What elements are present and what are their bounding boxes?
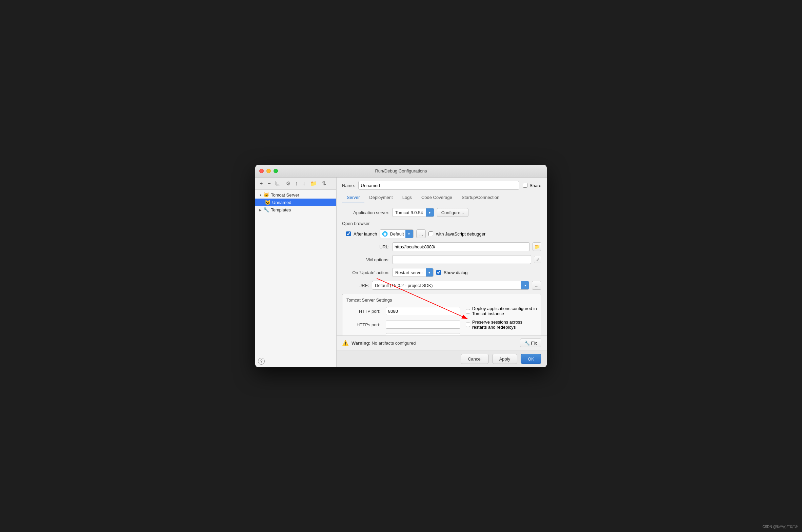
url-input[interactable] xyxy=(392,242,530,251)
jre-select[interactable]: Default (15.0.2 - project SDK) ▾ xyxy=(372,281,529,290)
open-browser-label: Open browser xyxy=(342,221,541,226)
name-input[interactable] xyxy=(358,181,519,190)
templates-label: Templates xyxy=(271,207,291,212)
app-server-arrow-button[interactable]: ▾ xyxy=(426,208,434,216)
jre-value: Default (15.0.2 - project SDK) xyxy=(372,283,521,288)
move-up-button[interactable]: ↑ xyxy=(294,180,300,187)
tab-code-coverage[interactable]: Code Coverage xyxy=(416,192,457,203)
sidebar-toolbar: + − ⿻ ⚙ ↑ ↓ 📁 ⇅ xyxy=(255,177,336,190)
fix-button[interactable]: 🔧 Fix xyxy=(520,339,541,347)
warning-icon: ⚠️ xyxy=(342,340,349,346)
show-dialog-checkbox[interactable] xyxy=(436,270,441,275)
title-bar: Run/Debug Configurations xyxy=(255,165,547,177)
form-area: Application server: Tomcat 9.0.54 ▾ Conf… xyxy=(337,203,547,336)
tabs-row: Server Deployment Logs Code Coverage Sta… xyxy=(337,192,547,203)
maximize-button[interactable] xyxy=(274,169,278,173)
update-action-value: Restart server xyxy=(393,270,426,275)
browser-value: Default xyxy=(390,231,405,236)
share-label: Share xyxy=(529,183,541,188)
tab-startup-connection[interactable]: Startup/Connection xyxy=(457,192,504,203)
watermark: CSDN @勤劳的厂马"农 xyxy=(762,525,798,529)
browser-select[interactable]: 🌐 Default ▾ xyxy=(380,229,413,238)
https-port-input[interactable] xyxy=(386,321,460,329)
warning-text: Warning: No artifacts configured xyxy=(352,341,416,346)
templates-icon: 🔧 xyxy=(263,207,269,212)
copy-button[interactable]: ⿻ xyxy=(274,180,283,187)
add-button[interactable]: + xyxy=(258,180,264,187)
deploy-tomcat-checkbox[interactable] xyxy=(466,309,470,314)
url-row: URL: 📁 xyxy=(342,242,541,251)
fix-label: Fix xyxy=(531,341,537,346)
sidebar: + − ⿻ ⚙ ↑ ↓ 📁 ⇅ ▾ 🐱 Tomcat Server 🐱 Unna… xyxy=(255,177,337,367)
preserve-sessions-checkbox[interactable] xyxy=(466,323,470,327)
warning-detail-text: No artifacts configured xyxy=(372,341,415,346)
preserve-sessions-label: Preserve sessions across restarts and re… xyxy=(472,320,537,330)
https-port-label: HTTPs port: xyxy=(347,322,380,327)
js-debugger-label: with JavaScript debugger xyxy=(436,231,485,236)
close-button[interactable] xyxy=(259,169,264,173)
tomcat-server-label: Tomcat Server xyxy=(271,192,299,197)
jre-arrow-button[interactable]: ▾ xyxy=(521,281,529,289)
sidebar-tree: ▾ 🐱 Tomcat Server 🐱 Unnamed ▶ 🔧 Template… xyxy=(255,190,336,355)
vm-expand-button[interactable]: ⤢ xyxy=(534,256,541,263)
ok-button[interactable]: OK xyxy=(521,354,541,364)
name-row: Name: Share xyxy=(337,177,547,192)
js-debugger-checkbox[interactable] xyxy=(428,231,433,236)
http-port-label: HTTP port: xyxy=(347,309,380,314)
traffic-lights xyxy=(259,169,278,173)
tomcat-settings-section: Tomcat Server Settings HTTP port: Deploy… xyxy=(342,294,541,336)
sidebar-item-templates[interactable]: ▶ 🔧 Templates xyxy=(255,206,336,213)
configure-button[interactable]: Configure... xyxy=(437,208,468,217)
main-panel: Name: Share Server Deployment Logs Code … xyxy=(337,177,547,367)
vm-options-row: VM options: ⤢ xyxy=(342,255,541,264)
jre-label: JRE: xyxy=(342,283,369,288)
browser-arrow-button[interactable]: ▾ xyxy=(405,230,413,238)
share-area: Share xyxy=(523,183,541,188)
settings-button[interactable]: ⚙ xyxy=(284,179,292,187)
update-action-arrow-button[interactable]: ▾ xyxy=(426,268,433,277)
bottom-bar: Cancel Apply OK xyxy=(337,350,547,367)
main-window: Run/Debug Configurations + − ⿻ ⚙ ↑ ↓ 📁 ⇅… xyxy=(255,165,547,367)
remove-button[interactable]: − xyxy=(266,180,272,187)
tree-toggle-templates[interactable]: ▶ xyxy=(258,207,263,212)
cancel-button[interactable]: Cancel xyxy=(461,354,488,364)
open-browser-section: Open browser After launch 🌐 Default ▾ ..… xyxy=(342,221,541,238)
update-action-row: On 'Update' action: Restart server ▾ Sho… xyxy=(342,268,541,277)
browser-dots-button[interactable]: ... xyxy=(416,229,426,238)
vm-options-input[interactable] xyxy=(392,255,531,264)
apply-button[interactable]: Apply xyxy=(492,354,518,364)
after-launch-row: After launch 🌐 Default ▾ ... with JavaSc… xyxy=(346,229,541,238)
tree-toggle-tomcat[interactable]: ▾ xyxy=(258,192,263,197)
app-server-select[interactable]: Tomcat 9.0.54 ▾ xyxy=(392,208,434,217)
after-launch-label: After launch xyxy=(354,231,377,236)
tab-deployment[interactable]: Deployment xyxy=(365,192,397,203)
minimize-button[interactable] xyxy=(266,169,271,173)
after-launch-checkbox[interactable] xyxy=(346,231,351,236)
fix-icon: 🔧 xyxy=(524,341,530,346)
url-folder-button[interactable]: 📁 xyxy=(533,242,541,251)
unnamed-icon: 🐱 xyxy=(265,200,271,205)
http-port-input[interactable] xyxy=(386,307,460,315)
update-action-select[interactable]: Restart server ▾ xyxy=(392,268,433,277)
vm-options-label: VM options: xyxy=(342,257,390,262)
tomcat-icon: 🐱 xyxy=(263,192,269,197)
content-area: + − ⿻ ⚙ ↑ ↓ 📁 ⇅ ▾ 🐱 Tomcat Server 🐱 Unna… xyxy=(255,177,547,367)
share-checkbox[interactable] xyxy=(523,183,527,188)
name-label: Name: xyxy=(342,183,355,188)
move-down-button[interactable]: ↓ xyxy=(301,180,307,187)
sort-button[interactable]: ⇅ xyxy=(320,179,328,187)
sidebar-bottom: ? xyxy=(255,355,336,367)
window-title: Run/Debug Configurations xyxy=(375,168,427,173)
help-button[interactable]: ? xyxy=(258,358,265,365)
ajp-port-label: AJP port: xyxy=(347,335,380,336)
browser-icon: 🌐 xyxy=(380,231,390,236)
tab-server[interactable]: Server xyxy=(342,192,365,203)
sidebar-item-tomcat-server[interactable]: ▾ 🐱 Tomcat Server xyxy=(255,191,336,198)
ajp-port-input[interactable] xyxy=(386,333,460,336)
app-server-row: Application server: Tomcat 9.0.54 ▾ Conf… xyxy=(342,208,541,217)
folder-button[interactable]: 📁 xyxy=(309,179,319,187)
tab-logs[interactable]: Logs xyxy=(398,192,416,203)
sidebar-item-unnamed[interactable]: 🐱 Unnamed xyxy=(255,198,336,206)
deploy-tomcat-label: Deploy applications configured in Tomcat… xyxy=(472,306,537,316)
jre-dots-button[interactable]: ... xyxy=(532,281,541,290)
